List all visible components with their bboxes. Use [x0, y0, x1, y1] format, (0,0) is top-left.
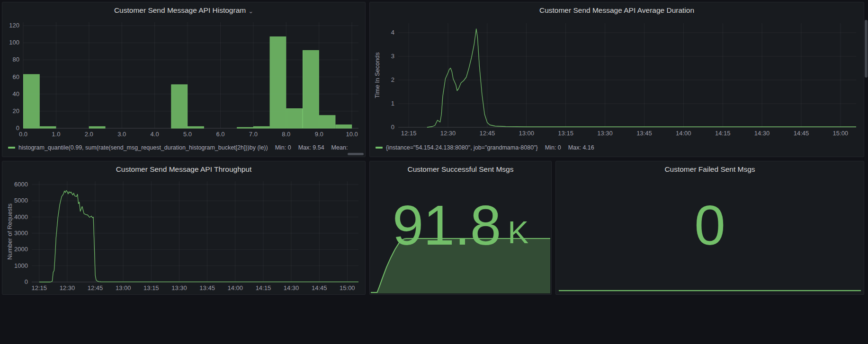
- svg-text:13:15: 13:15: [143, 284, 159, 291]
- svg-text:13:45: 13:45: [636, 130, 652, 137]
- panel-title-histogram[interactable]: Customer Send Message API Histogram: [114, 6, 246, 15]
- svg-text:14:45: 14:45: [794, 130, 809, 137]
- svg-text:1: 1: [391, 100, 394, 107]
- svg-text:120: 120: [9, 22, 19, 29]
- panel-throughput: Customer Send Message API Throughput 12:…: [2, 161, 366, 295]
- svg-text:14:00: 14:00: [676, 130, 691, 137]
- svg-text:3: 3: [391, 53, 394, 60]
- svg-text:0.0: 0.0: [19, 131, 27, 138]
- legend-min: Min: 0: [545, 144, 561, 151]
- legend-max: Max: 9.54: [298, 144, 324, 151]
- svg-text:12:15: 12:15: [401, 130, 417, 137]
- stat-sparkline-failed: [559, 280, 861, 291]
- series-color-icon[interactable]: [8, 147, 15, 149]
- series-label[interactable]: histogram_quantile(0.99, sum(rate(send_m…: [18, 144, 268, 151]
- svg-text:60: 60: [13, 73, 19, 80]
- svg-text:14:45: 14:45: [312, 284, 327, 291]
- panel-header-average-duration[interactable]: Customer Send Message API Average Durati…: [370, 2, 864, 18]
- svg-text:13:00: 13:00: [519, 130, 534, 137]
- histogram-chart[interactable]: 0.01.02.03.04.05.06.07.08.09.010.0020406…: [5, 18, 362, 139]
- svg-text:3000: 3000: [14, 229, 28, 237]
- legend-average-duration: {instance="54.154.24.138:8080", job="gra…: [376, 143, 860, 152]
- svg-text:4: 4: [391, 29, 394, 36]
- svg-text:14:30: 14:30: [754, 130, 770, 137]
- svg-text:0: 0: [25, 278, 28, 285]
- svg-text:13:30: 13:30: [597, 130, 613, 137]
- svg-text:14:15: 14:15: [256, 284, 271, 291]
- svg-text:13:45: 13:45: [199, 284, 215, 291]
- panel-successful-sent-msgs: Customer Successful Sent Msgs 91.8K: [369, 161, 552, 295]
- stat-number: 91.8: [393, 197, 501, 253]
- panel-header-histogram[interactable]: Customer Send Message API Histogram ⌄: [2, 2, 365, 18]
- panel-title-average-duration[interactable]: Customer Send Message API Average Durati…: [539, 6, 694, 15]
- svg-text:100: 100: [9, 39, 19, 46]
- svg-text:Time In Seconds: Time In Seconds: [374, 52, 381, 98]
- svg-text:40: 40: [13, 90, 19, 97]
- page-scrollbar[interactable]: [864, 0, 868, 344]
- panel-header-throughput[interactable]: Customer Send Message API Throughput: [2, 161, 365, 177]
- panel-title-throughput[interactable]: Customer Send Message API Throughput: [116, 165, 252, 174]
- svg-text:15:00: 15:00: [340, 284, 355, 291]
- svg-text:6.0: 6.0: [216, 131, 224, 138]
- legend-histogram: histogram_quantile(0.99, sum(rate(send_m…: [8, 143, 361, 152]
- svg-text:2.0: 2.0: [85, 131, 93, 138]
- svg-text:80: 80: [13, 56, 19, 63]
- panel-average-duration: Customer Send Message API Average Durati…: [369, 2, 864, 157]
- svg-text:10.0: 10.0: [346, 131, 358, 138]
- legend-min: Min: 0: [275, 144, 291, 151]
- svg-text:14:30: 14:30: [284, 284, 299, 291]
- panel-header-successful[interactable]: Customer Successful Sent Msgs: [370, 161, 551, 177]
- svg-text:20: 20: [13, 107, 19, 115]
- legend-scrollbar[interactable]: [348, 153, 364, 155]
- svg-text:5000: 5000: [14, 197, 28, 204]
- svg-text:4.0: 4.0: [151, 131, 159, 138]
- svg-text:2: 2: [391, 76, 394, 83]
- stat-value-failed: 0: [556, 178, 864, 272]
- svg-text:13:15: 13:15: [558, 130, 573, 137]
- svg-text:13:30: 13:30: [171, 284, 187, 291]
- stat-value-successful: 91.8K: [370, 178, 551, 272]
- svg-text:Number of Requests: Number of Requests: [6, 203, 13, 260]
- legend-max: Max: 4.16: [568, 144, 594, 151]
- series-label[interactable]: {instance="54.154.24.138:8080", job="gra…: [386, 144, 538, 151]
- svg-text:12:45: 12:45: [88, 284, 103, 291]
- svg-text:8.0: 8.0: [282, 131, 290, 138]
- svg-text:7.0: 7.0: [249, 131, 258, 138]
- stat-unit-suffix: K: [508, 217, 528, 248]
- throughput-chart[interactable]: 12:1512:3012:4513:0013:1513:3013:4514:00…: [5, 177, 362, 292]
- svg-text:15:00: 15:00: [833, 130, 849, 137]
- panel-header-failed[interactable]: Customer Failed Sent Msgs: [556, 161, 864, 177]
- series-color-icon[interactable]: [376, 147, 383, 149]
- average-duration-chart[interactable]: 12:1512:3012:4513:0013:1513:3013:4514:00…: [373, 18, 861, 139]
- svg-text:12:45: 12:45: [480, 130, 495, 137]
- svg-text:0: 0: [16, 124, 19, 132]
- svg-text:3.0: 3.0: [117, 131, 126, 138]
- svg-text:14:15: 14:15: [715, 130, 731, 137]
- scrollbar-thumb[interactable]: [865, 20, 868, 78]
- panel-title-failed[interactable]: Customer Failed Sent Msgs: [664, 165, 755, 174]
- chevron-down-icon[interactable]: ⌄: [248, 8, 253, 14]
- stat-number: 0: [694, 197, 725, 253]
- legend-mean: Mean:: [331, 144, 348, 151]
- svg-text:14:00: 14:00: [227, 284, 243, 291]
- svg-text:2000: 2000: [14, 246, 28, 253]
- svg-text:6000: 6000: [14, 181, 28, 188]
- panel-histogram: Customer Send Message API Histogram ⌄ 0.…: [2, 2, 366, 157]
- svg-text:0: 0: [391, 123, 394, 131]
- svg-text:1.0: 1.0: [52, 131, 60, 138]
- svg-text:12:30: 12:30: [440, 130, 456, 137]
- svg-text:1000: 1000: [14, 262, 28, 269]
- svg-text:12:30: 12:30: [60, 284, 75, 291]
- svg-text:13:00: 13:00: [116, 284, 131, 291]
- panel-title-successful[interactable]: Customer Successful Sent Msgs: [408, 165, 514, 174]
- svg-text:4000: 4000: [14, 213, 28, 221]
- svg-text:5.0: 5.0: [183, 131, 192, 138]
- svg-text:12:15: 12:15: [31, 284, 47, 291]
- svg-text:9.0: 9.0: [315, 131, 323, 138]
- panel-failed-sent-msgs: Customer Failed Sent Msgs 0: [555, 161, 864, 295]
